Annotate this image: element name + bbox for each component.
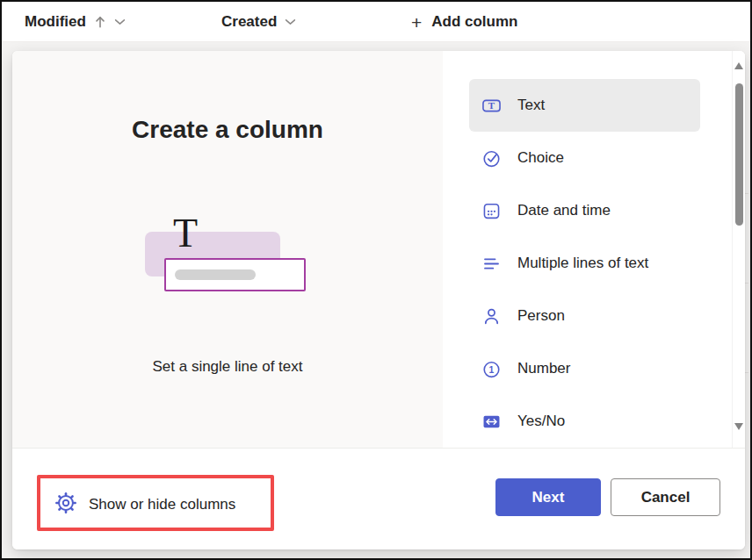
column-type-person[interactable]: Person bbox=[469, 290, 700, 342]
multiline-icon bbox=[481, 254, 502, 274]
show-or-hide-columns-button[interactable]: Show or hide columns bbox=[54, 487, 235, 522]
svg-text:T: T bbox=[488, 100, 495, 111]
choice-icon bbox=[481, 148, 502, 169]
column-type-label: Date and time bbox=[517, 202, 611, 219]
add-column-label: Add column bbox=[431, 13, 517, 31]
number-icon: 1 bbox=[481, 359, 502, 379]
screenshot-frame: Modified Created + Add column Create a c… bbox=[0, 0, 752, 560]
chevron-down-icon[interactable] bbox=[114, 18, 126, 25]
dialog-title: Create a column bbox=[12, 116, 443, 144]
column-type-choice[interactable]: Choice bbox=[469, 132, 700, 184]
add-column-button[interactable]: + Add column bbox=[411, 2, 517, 42]
dialog-footer: Show or hide columns Next Cancel bbox=[12, 448, 745, 549]
scroll-down-icon[interactable] bbox=[734, 423, 743, 430]
next-button[interactable]: Next bbox=[495, 478, 601, 516]
illustration-letter: T bbox=[169, 213, 202, 254]
column-type-label: Yes/No bbox=[517, 413, 565, 430]
column-type-multiple-lines-of-text[interactable]: Multiple lines of text bbox=[469, 237, 700, 290]
illustration-input-box bbox=[164, 258, 306, 291]
column-header-modified[interactable]: Modified bbox=[25, 2, 126, 42]
column-header-label: Created bbox=[221, 13, 277, 31]
create-column-dialog: Create a column T Set a single line of t… bbox=[12, 51, 745, 549]
scroll-thumb[interactable] bbox=[735, 83, 743, 226]
preview-panel: Create a column T Set a single line of t… bbox=[12, 51, 443, 448]
column-type-label: Multiple lines of text bbox=[517, 255, 648, 272]
show-or-hide-label: Show or hide columns bbox=[89, 496, 235, 513]
column-header-created[interactable]: Created bbox=[221, 2, 296, 42]
column-type-list: TTextChoiceDate and timeMultiple lines o… bbox=[469, 79, 700, 448]
plus-icon: + bbox=[411, 13, 422, 32]
illustration-placeholder-bar bbox=[175, 269, 256, 280]
svg-text:1: 1 bbox=[489, 364, 495, 374]
column-type-date-and-time[interactable]: Date and time bbox=[469, 184, 700, 237]
column-type-label: Person bbox=[517, 307, 565, 325]
column-type-yes-no[interactable]: Yes/No bbox=[469, 395, 700, 448]
chevron-down-icon[interactable] bbox=[285, 18, 296, 25]
sort-ascending-icon bbox=[94, 15, 106, 29]
type-description: Set a single line of text bbox=[12, 358, 443, 376]
scrollbar[interactable] bbox=[732, 51, 745, 448]
column-type-label: Text bbox=[517, 97, 545, 114]
scroll-up-icon[interactable] bbox=[734, 62, 743, 69]
list-header: Modified Created + Add column bbox=[2, 2, 750, 42]
text-icon: T bbox=[481, 96, 502, 116]
calendar-icon bbox=[481, 201, 502, 221]
gear-icon bbox=[54, 492, 77, 518]
column-type-text[interactable]: TText bbox=[469, 79, 700, 132]
column-header-label: Modified bbox=[25, 13, 86, 31]
column-type-number[interactable]: 1Number bbox=[469, 342, 700, 395]
column-type-label: Choice bbox=[517, 149, 564, 167]
person-icon bbox=[481, 306, 502, 327]
column-type-panel: TTextChoiceDate and timeMultiple lines o… bbox=[443, 51, 745, 448]
cancel-button[interactable]: Cancel bbox=[611, 478, 720, 516]
yesno-icon bbox=[481, 412, 502, 432]
column-type-label: Number bbox=[517, 360, 570, 377]
